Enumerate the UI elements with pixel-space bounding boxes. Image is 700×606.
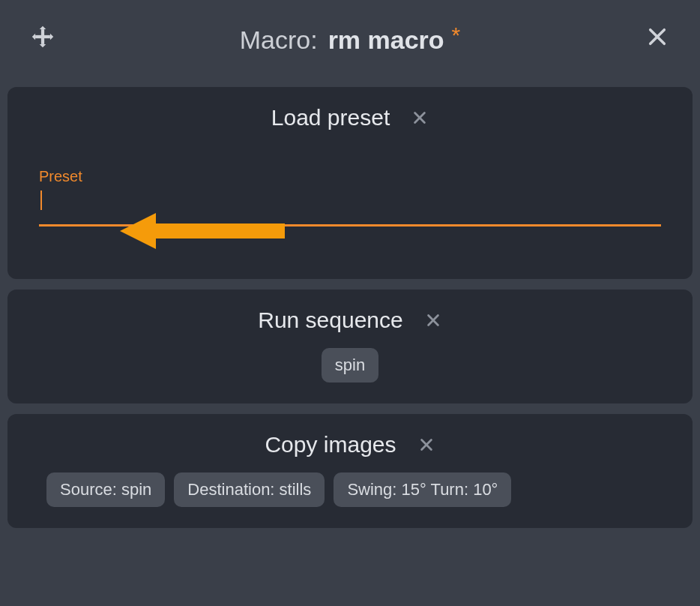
step-load-preset: Load preset Preset xyxy=(7,87,693,279)
close-dialog-button[interactable] xyxy=(645,24,670,50)
macro-steps-list: Load preset Preset Run sequence xyxy=(0,87,700,528)
copy-source-chip[interactable]: Source: spin xyxy=(46,472,165,507)
dialog-title: Macro: rm macro * xyxy=(240,26,461,55)
svg-rect-1 xyxy=(35,35,50,38)
copy-destination-chip[interactable]: Destination: stills xyxy=(174,472,325,507)
copy-angles-chip[interactable]: Swing: 15° Turn: 10° xyxy=(334,472,511,507)
text-cursor xyxy=(40,190,42,210)
step-run-sequence: Run sequence spin xyxy=(7,290,693,404)
move-icon[interactable] xyxy=(30,24,55,50)
preset-input-label: Preset xyxy=(39,168,661,185)
remove-step-button[interactable] xyxy=(411,109,429,127)
modified-indicator: * xyxy=(452,22,461,48)
step-title: Run sequence xyxy=(258,308,402,333)
title-macro-name: rm macro xyxy=(328,26,444,55)
step-title: Load preset xyxy=(271,105,390,130)
preset-input[interactable] xyxy=(39,190,661,226)
remove-step-button[interactable] xyxy=(424,311,442,329)
step-title: Copy images xyxy=(265,432,396,458)
sequence-chip[interactable]: spin xyxy=(322,348,378,382)
macro-dialog-header: Macro: rm macro * xyxy=(0,0,700,87)
remove-step-button[interactable] xyxy=(417,436,435,454)
step-copy-images: Copy images Source: spin Destination: st… xyxy=(7,414,693,528)
title-prefix: Macro: xyxy=(240,26,318,55)
